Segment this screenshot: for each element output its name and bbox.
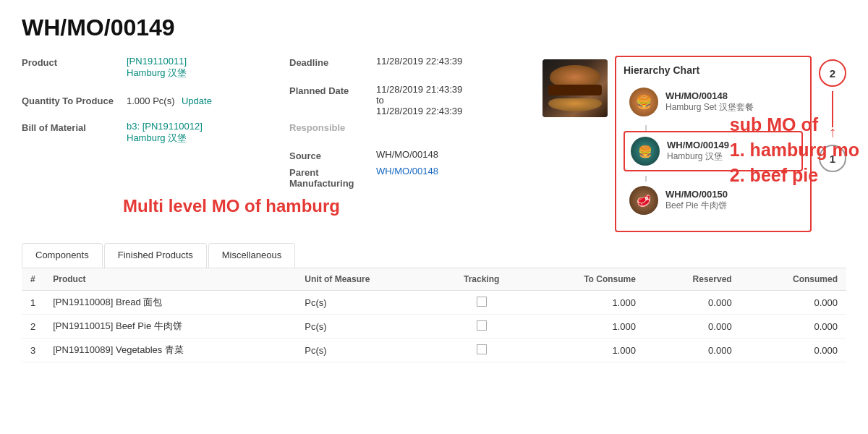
avatar-beef-pie: 🥩 bbox=[629, 186, 658, 215]
planned-date-to: 11/28/2019 22:43:39 bbox=[376, 106, 521, 116]
cell-reserved: 0.000 bbox=[644, 339, 741, 362]
col-reserved: Reserved bbox=[644, 268, 741, 291]
tab-components[interactable]: Components bbox=[22, 243, 103, 268]
item-name-3: Beef Pie 牛肉饼 bbox=[665, 200, 728, 212]
update-button[interactable]: Update bbox=[182, 95, 212, 106]
cell-tracking[interactable] bbox=[436, 291, 527, 315]
burger-image bbox=[542, 59, 608, 117]
cell-to-consume: 1.000 bbox=[527, 291, 644, 315]
table-header-row: # Product Unit of Measure Tracking To Co… bbox=[22, 268, 846, 291]
tabs-bar: Components Finished Products Miscellaneo… bbox=[22, 243, 846, 268]
cell-consumed: 0.000 bbox=[741, 339, 846, 362]
cell-to-consume: 1.000 bbox=[527, 315, 644, 339]
cell-product[interactable]: [PN19110008] Bread 面包 bbox=[44, 291, 296, 315]
tracking-checkbox[interactable] bbox=[477, 297, 487, 307]
planned-date-to-label: to bbox=[376, 95, 521, 106]
bom-label: Bill of Material bbox=[22, 121, 127, 133]
col-num: # bbox=[22, 268, 44, 291]
sub-mo-annotation: sub MO of 1. hamburg mo 2. beef pie bbox=[730, 112, 859, 188]
table-row: 1 [PN19110008] Bread 面包 Pc(s) 1.000 0.00… bbox=[22, 291, 846, 315]
avatar-hamburg: 🍔 bbox=[631, 137, 660, 166]
parent-mfg-label: Parent Manufacturing bbox=[289, 166, 376, 189]
cell-product[interactable]: [PN19110015] Beef Pie 牛肉饼 bbox=[44, 315, 296, 339]
cell-uom: Pc(s) bbox=[296, 315, 436, 339]
qty-value: 1.000 Pc(s) bbox=[127, 95, 174, 106]
col-to-consume: To Consume bbox=[527, 268, 644, 291]
cell-consumed: 0.000 bbox=[741, 315, 846, 339]
responsible-label: Responsible bbox=[289, 121, 376, 133]
cell-reserved: 0.000 bbox=[644, 291, 741, 315]
components-table: # Product Unit of Measure Tracking To Co… bbox=[22, 268, 846, 362]
bom-name[interactable]: Hamburg 汉堡 bbox=[127, 132, 275, 145]
item-info-3: WH/MO/00150 Beef Pie 牛肉饼 bbox=[665, 189, 728, 212]
cell-reserved: 0.000 bbox=[644, 315, 741, 339]
cell-uom: Pc(s) bbox=[296, 291, 436, 315]
main-page: WH/MO/00149 Product [PN19110011] Hamburg… bbox=[0, 0, 868, 377]
multi-level-annotation: Multi level MO of hamburg bbox=[123, 196, 521, 216]
col-product: Product bbox=[44, 268, 296, 291]
table-row: 2 [PN19110015] Beef Pie 牛肉饼 Pc(s) 1.000 … bbox=[22, 315, 846, 339]
item-code-1: WH/MO/00148 bbox=[665, 90, 754, 101]
item-info-2: WH/MO/00149 Hamburg 汉堡 bbox=[667, 140, 729, 163]
main-content: Product [PN19110011] Hamburg 汉堡 Deadline… bbox=[22, 56, 846, 232]
burger-placeholder bbox=[542, 59, 608, 117]
source-label: Source bbox=[289, 149, 376, 161]
cell-to-consume: 1.000 bbox=[527, 339, 644, 362]
cell-uom: Pc(s) bbox=[296, 339, 436, 362]
item-code-2: WH/MO/00149 bbox=[667, 140, 729, 150]
cell-num: 3 bbox=[22, 339, 44, 362]
hierarchy-title: Hierarchy Chart bbox=[624, 64, 803, 76]
avatar-burger-set: 🍔 bbox=[629, 88, 658, 116]
cell-product[interactable]: [PN19110089] Vegetables 青菜 bbox=[44, 339, 296, 362]
cell-consumed: 0.000 bbox=[741, 291, 846, 315]
table-row: 3 [PN19110089] Vegetables 青菜 Pc(s) 1.000… bbox=[22, 339, 846, 362]
col-consumed: Consumed bbox=[741, 268, 846, 291]
qty-label: Quantity To Produce bbox=[22, 94, 127, 106]
planned-date-label: Planned Date bbox=[289, 84, 376, 96]
cell-num: 2 bbox=[22, 315, 44, 339]
item-info-1: WH/MO/00148 Hamburg Set 汉堡套餐 bbox=[665, 90, 754, 114]
tracking-checkbox[interactable] bbox=[477, 320, 487, 331]
product-code[interactable]: [PN19110011] bbox=[127, 56, 275, 67]
product-name[interactable]: Hamburg 汉堡 bbox=[127, 67, 275, 80]
tab-miscellaneous[interactable]: Miscellaneous bbox=[208, 243, 295, 268]
planned-date-from: 11/28/2019 21:43:39 bbox=[376, 84, 521, 95]
left-panel: Product [PN19110011] Hamburg 汉堡 Deadline… bbox=[22, 56, 521, 232]
item-name-2: Hamburg 汉堡 bbox=[667, 150, 729, 163]
page-title: WH/MO/00149 bbox=[22, 14, 846, 41]
tracking-checkbox[interactable] bbox=[477, 344, 487, 354]
tab-finished-products[interactable]: Finished Products bbox=[104, 243, 207, 268]
cell-num: 1 bbox=[22, 291, 44, 315]
bom-value[interactable]: b3: [PN19110012] bbox=[127, 121, 275, 132]
item-code-3: WH/MO/00150 bbox=[665, 189, 728, 200]
col-uom: Unit of Measure bbox=[296, 268, 436, 291]
deadline-label: Deadline bbox=[289, 56, 376, 68]
deadline-value: 11/28/2019 22:43:39 bbox=[376, 56, 521, 67]
cell-tracking[interactable] bbox=[436, 339, 527, 362]
badge-2[interactable]: 2 bbox=[819, 59, 846, 87]
cell-tracking[interactable] bbox=[436, 315, 527, 339]
col-tracking: Tracking bbox=[436, 268, 527, 291]
parent-mfg-value[interactable]: WH/MO/00148 bbox=[376, 166, 521, 176]
source-value: WH/MO/00148 bbox=[376, 149, 521, 160]
product-label: Product bbox=[22, 56, 127, 68]
